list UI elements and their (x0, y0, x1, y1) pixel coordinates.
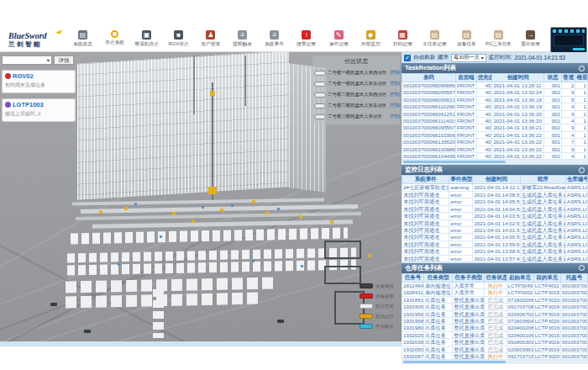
table-row[interactable]: 1932087出库任务整托直接出库执行中0917037152LCTP302000… (402, 353, 588, 360)
table-row[interactable]: 1931980出库任务整托直接出库已完成0204002081LCTP301600… (402, 325, 588, 331)
details-button[interactable]: 详情 (54, 56, 74, 65)
table-cell: 执行中 (485, 289, 507, 296)
toolbar-button-operation-records[interactable]: ✎操作记录 (323, 30, 354, 48)
column-header[interactable]: 仓库编号 (565, 176, 587, 184)
table-cell: ASRS,LG2 (565, 213, 587, 219)
table-row[interactable]: 未找到可用通道error2021-04-01 14:01:54生成托盘入库任务请… (402, 226, 588, 233)
toolbar-button-user-management[interactable]: ♟用户管理 (195, 30, 226, 48)
column-header[interactable]: 任务类型 (424, 273, 453, 282)
panel-settings-icon[interactable] (579, 66, 585, 71)
horizontal-scrollbar[interactable] (402, 160, 588, 164)
toolbar-button-system-status[interactable]: ▤系统状态 (67, 30, 98, 48)
column-header[interactable]: 创建时间 (492, 74, 544, 82)
column-header[interactable]: 巷道 (561, 74, 575, 82)
column-header[interactable]: 前后端 (456, 74, 477, 82)
column-header[interactable]: 创建时间 (473, 176, 520, 184)
table-row[interactable]: 00100370006611029657FRONT402021-04-01 13… (402, 103, 588, 110)
toolbar-button-pg-warehouse-tasks[interactable]: ▤PG三库任务 (483, 30, 514, 48)
toolbar-button-main-task-records[interactable]: ▤主任务记录 (419, 30, 450, 48)
column-header[interactable]: 任务子类型 (453, 273, 485, 282)
horizontal-scrollbar[interactable] (402, 360, 588, 364)
toolbar-button-stop-system[interactable]: 停止系统 (99, 30, 130, 48)
panel-settings-icon[interactable] (579, 265, 585, 271)
panel-settings-icon[interactable] (579, 167, 585, 173)
table-row[interactable]: 1812464单向输送任务入库异常执行中LCTP3049LCTP40110010… (402, 282, 588, 288)
frequency-select[interactable]: 每30秒一次 ▾ (451, 54, 486, 62)
partition-checkbox[interactable] (314, 114, 326, 119)
table-cell: 1 (575, 110, 588, 117)
alarm-card-rgv02[interactable]: RGV02长时间未完成任务 (2, 70, 76, 93)
table-row[interactable]: 1931956出库任务整托直接出库已完成0200067022LCTP301600… (402, 310, 588, 317)
table-row[interactable]: 未找到可用通道error2021-04-01 13:59:51生成托盘入库任务请… (402, 240, 588, 247)
partition-control-link[interactable]: 控制 (390, 102, 400, 109)
toolbar-button-external-monitor[interactable]: ◆外部监控 (355, 30, 386, 48)
partition-control-link[interactable]: 控制 (390, 69, 400, 77)
partition-checkbox[interactable] (314, 92, 326, 98)
column-header[interactable]: 目的单元 (533, 273, 560, 282)
partition-control-link[interactable]: 控制 (390, 113, 400, 120)
table-row[interactable]: 未找到可用通道error2021-04-01 14:03:56生成托盘入库任务请… (402, 213, 588, 219)
toolbar-button-device-tasks[interactable]: ▤设备任务 (451, 30, 482, 48)
mini-monitor-thumbnail[interactable] (550, 27, 587, 53)
table-row[interactable]: 2#七层穿梭车轨道交通异常warning2021-04-01 14:12:12穿… (402, 184, 588, 191)
table-row[interactable]: 1931958出库任务整托直接出库已完成0716038042LCTP302000… (402, 317, 588, 324)
table-row[interactable]: 00100370006609556770FRONT402021-04-01 13… (402, 89, 588, 96)
table-row[interactable]: 00100370006610098881FRONT402021-04-01 13… (402, 145, 588, 152)
column-header[interactable]: 状态 (544, 74, 562, 82)
partition-checkbox[interactable] (314, 82, 326, 87)
scrollbar-thumb[interactable] (403, 361, 506, 363)
column-header[interactable]: 优先值 (476, 74, 492, 82)
table-row[interactable]: 未找到可用通道error2021-04-01 13:57:49生成托盘入库任务请… (402, 255, 588, 262)
partition-control-link[interactable]: 控制 (390, 91, 400, 98)
table-row[interactable]: 1931891出库任务整托直接出库已完成0716002082LCTP302000… (402, 296, 588, 303)
table-row[interactable]: 00100370006609556770FRONT402021-04-01 13… (402, 124, 588, 131)
table-row[interactable]: 00100370006609888621FRONT452021-04-01 13… (402, 82, 588, 89)
toolbar-button-system-events[interactable]: ≡系统事件 (259, 30, 290, 48)
column-header[interactable]: 条码 (402, 74, 456, 82)
scrollbar-thumb[interactable] (403, 161, 506, 163)
table-row[interactable]: 00100370006609582162FRONT402021-04-01 13… (402, 96, 588, 103)
column-header[interactable]: 程序 (520, 176, 565, 184)
column-header[interactable]: 事件类型 (449, 176, 473, 184)
column-header[interactable]: 托盘号 (560, 273, 587, 282)
table-row[interactable]: 00100370006610190639FRONT402021-04-01 13… (402, 131, 588, 138)
alarm-filter-select[interactable]: ▾ (2, 56, 52, 65)
table-row[interactable]: 00100370006611140190FRONT402021-04-01 13… (402, 118, 588, 124)
table-row[interactable]: 未找到可用通道error2021-04-01 14:05:56生成托盘入库任务请… (402, 198, 588, 205)
task-relation-table-host: 条码前后端优先值创建时间状态巷道楼层00100370006609888621FR… (402, 73, 588, 160)
toolbar-button-stacker-stop[interactable]: ▣堆垛机停止 (131, 30, 162, 48)
partition-checkbox[interactable] (314, 71, 326, 76)
column-header[interactable]: 任务号 (402, 273, 424, 282)
auto-refresh-checkbox[interactable]: ✓ (404, 55, 411, 61)
toolbar-button-rgv-stop[interactable]: ■RGV停止 (163, 30, 194, 48)
toolbar-button-authorization-trigger[interactable]: ≡授权触发 (227, 30, 258, 48)
table-row[interactable]: 1931905出库任务整托直接出库已完成0917037081LCTP301600… (402, 304, 588, 310)
table-row[interactable]: 1932038出库任务整托直接出库已完成0918003032LCTP301600… (402, 339, 588, 346)
table-row[interactable]: 1932050出库任务整托直接出库已完成0200039011LCTP301600… (402, 346, 588, 352)
toolbar-button-alarm-records[interactable]: !报警记录 (291, 30, 322, 48)
table-row[interactable]: 00100370006613952005FRONT402021-04-01 13… (402, 139, 588, 145)
alarm-card-lgtp1003[interactable]: LGTP1003输送上货超时_2 (2, 98, 76, 122)
table-row[interactable]: 未找到可用通道error2021-04-01 14:04:56生成托盘入库任务请… (402, 205, 588, 212)
table-row[interactable]: 未找到可用通道error2021-04-01 13:58:50生成托盘入库任务请… (402, 248, 588, 255)
table-cell: 00100370006613952005 (402, 139, 456, 145)
partition-checkbox[interactable] (314, 103, 326, 108)
column-header[interactable]: 系统事件 (402, 176, 449, 184)
partition-control-link[interactable]: 控制 (390, 80, 400, 87)
table-row[interactable]: 未找到可用通道error2021-04-01 14:08:57生成托盘入库任务请… (402, 191, 588, 198)
column-header[interactable]: 起始单元 (507, 273, 533, 282)
table-row[interactable]: 1828411单向输送任务入库异常执行中LCTP3002LCTP30150010… (402, 289, 588, 296)
table-row[interactable]: 未找到可用通道error2021-04-01 14:00:52生成托盘入库任务请… (402, 234, 588, 240)
table-row[interactable]: 未找到可用通道error2021-04-01 14:02:55生成托盘入库任务请… (402, 219, 588, 226)
column-header[interactable]: 任务状态 (485, 273, 507, 282)
table-row[interactable]: 1932025出库任务整托直接出库已完成0204001062LCTP301600… (402, 331, 588, 338)
toolbar-button-logout[interactable]: →退出登录 (515, 30, 546, 48)
table-cell: 整托直接出库 (453, 296, 485, 303)
warehouse-3d-viewport[interactable]: ▾ 详情 RGV02长时间未完成任务LGTP1003输送上货超时_2 分区状态 … (0, 52, 402, 346)
table-row[interactable]: 00100370006609125123FRONT402021-04-01 13… (402, 110, 588, 117)
table-row[interactable]: 00100370006610449657FRONT402021-04-01 13… (402, 153, 588, 160)
toolbar-button-scan-records[interactable]: ▦扫码记录 (387, 30, 418, 48)
table-cell: 9 (561, 124, 575, 131)
column-header[interactable]: 楼层 (575, 74, 588, 82)
table-cell: 1 (575, 82, 588, 89)
